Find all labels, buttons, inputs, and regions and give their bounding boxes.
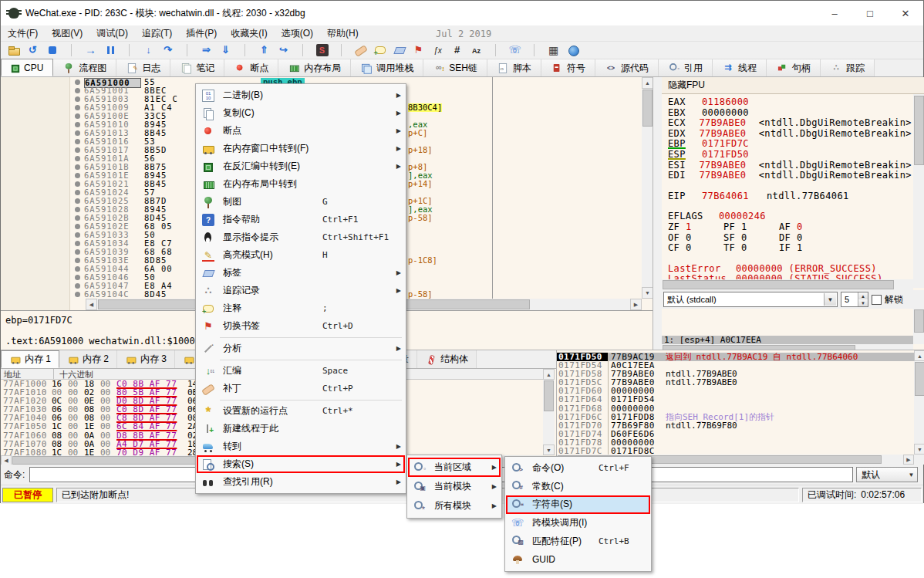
- context-menu-item[interactable]: 搜索(S) ▶: [197, 455, 405, 473]
- breakpoint-dot-icon[interactable]: [75, 232, 80, 238]
- register-row[interactable]: ESP 0171FD50: [668, 150, 912, 161]
- disasm-vertical-scrollbar[interactable]: ▲ ▼: [642, 77, 653, 299]
- menu-bar-item[interactable]: 调试(D): [89, 25, 135, 42]
- calling-convention-select[interactable]: 默认 (stdcall) ▼: [663, 292, 838, 307]
- toolbar-button[interactable]: [351, 42, 370, 58]
- command-profile-select[interactable]: 默认 ▼: [856, 467, 918, 482]
- toolbar-button[interactable]: [447, 42, 467, 58]
- context-menu-item[interactable]: 当前模块 ▶: [408, 477, 501, 496]
- toolbar-button[interactable]: [255, 42, 274, 58]
- context-menu-item[interactable]: 在反汇编中转到(E) ▶: [197, 157, 405, 175]
- context-menu-item[interactable]: 补丁 Ctrl+P ▶: [197, 380, 405, 397]
- toolbar-button[interactable]: [42, 42, 62, 58]
- view-tab[interactable]: 符号: [541, 59, 595, 76]
- scrollbar-thumb[interactable]: [642, 90, 653, 127]
- register-row[interactable]: EDX 77B9ABE0 <ntdll.DbgUiRemoteBreakin>: [668, 129, 912, 140]
- arguments-vertical-scrollbar[interactable]: [913, 309, 924, 344]
- toolbar-button[interactable]: [293, 42, 312, 58]
- toolbar-button[interactable]: [409, 42, 428, 58]
- context-menu-item[interactable]: 在内存布局中转到 ▶: [197, 175, 405, 193]
- context-menu-item[interactable]: 标签 ▶: [197, 264, 405, 282]
- toolbar-button[interactable]: [81, 42, 100, 58]
- toolbar-button[interactable]: [274, 42, 293, 58]
- context-menu-item[interactable]: 所有模块 ▶: [408, 496, 501, 515]
- flag-cell[interactable]: PF 1: [723, 222, 779, 233]
- flag-cell[interactable]: SF 0: [723, 233, 779, 244]
- scrollbar-thumb[interactable]: [544, 380, 554, 411]
- breakpoint-dot-icon[interactable]: [75, 164, 80, 170]
- view-tab[interactable]: 源代码: [595, 59, 659, 76]
- stack-row[interactable]: 0171FD64 0171FD54: [557, 395, 914, 404]
- scroll-up-icon[interactable]: ▲: [642, 77, 653, 89]
- context-menu-item[interactable]: 汇编 Space ▶: [197, 362, 405, 380]
- context-menu-item[interactable]: 断点 ▶: [197, 122, 405, 140]
- register-row[interactable]: EBP 0171FD7C: [668, 139, 912, 150]
- toolbar-button[interactable]: [62, 42, 81, 58]
- toolbar-button[interactable]: [505, 42, 524, 58]
- scroll-down-icon[interactable]: ▼: [642, 287, 653, 299]
- registers-vertical-scrollbar[interactable]: [913, 94, 924, 288]
- breakpoint-dot-icon[interactable]: [75, 266, 80, 272]
- flag-cell[interactable]: AF 0: [779, 222, 835, 233]
- flag-cell[interactable]: IF 1: [779, 243, 835, 254]
- scroll-right-icon[interactable]: ▶: [903, 455, 914, 465]
- context-menu-item[interactable]: 跨模块调用(I) ▶: [506, 514, 650, 532]
- flag-cell[interactable]: TF 0: [723, 243, 779, 254]
- scroll-left-icon[interactable]: ◀: [86, 299, 97, 310]
- context-menu-item[interactable]: 命令(O) Ctrl+F ▶: [506, 459, 650, 478]
- context-menu-item[interactable]: 显示指令提示 Ctrl+Shift+F1 ▶: [197, 228, 405, 246]
- scrollbar-thumb[interactable]: [915, 362, 924, 396]
- scrollbar-thumb[interactable]: [914, 309, 924, 333]
- toolbar-button[interactable]: [177, 42, 197, 58]
- dump-tab[interactable]: 结构体: [417, 350, 477, 368]
- view-tab[interactable]: 内存布局: [278, 59, 351, 76]
- scrollbar-thumb[interactable]: [663, 280, 894, 289]
- breakpoint-dot-icon[interactable]: [75, 113, 80, 119]
- view-tab[interactable]: SEH链: [423, 59, 487, 76]
- spin-up-icon[interactable]: ▲: [858, 292, 868, 299]
- menu-bar-item[interactable]: 帮助(H): [320, 25, 366, 42]
- dump-vertical-scrollbar[interactable]: ▲ ▼: [543, 369, 555, 455]
- toolbar-button[interactable]: [428, 42, 447, 58]
- toolbar-button[interactable]: [389, 42, 409, 58]
- flag-cell[interactable]: DF 0: [779, 233, 835, 244]
- breakpoint-dot-icon[interactable]: [75, 147, 80, 153]
- stack-row[interactable]: 0171FD68 00000000: [557, 404, 914, 413]
- breakpoint-dot-icon[interactable]: [75, 258, 80, 263]
- hide-fpu-button[interactable]: 隐藏FPU: [662, 77, 924, 94]
- view-tab[interactable]: 脚本: [487, 59, 541, 76]
- breakpoint-dot-icon[interactable]: [75, 105, 80, 110]
- toolbar-button[interactable]: [197, 42, 216, 58]
- breakpoint-dot-icon[interactable]: [75, 215, 80, 221]
- argument-count-spinner[interactable]: 5 ▲▼: [841, 292, 868, 307]
- toolbar-button[interactable]: [158, 42, 177, 58]
- chevron-down-icon[interactable]: ▼: [908, 472, 914, 478]
- breakpoint-dot-icon[interactable]: [75, 130, 80, 136]
- context-menu-item[interactable]: 切换书签 Ctrl+D ▶: [197, 317, 405, 335]
- menu-bar-item[interactable]: 选项(O): [275, 25, 320, 42]
- context-menu-item[interactable]: 字符串(S) ▶: [506, 495, 650, 514]
- arguments-list[interactable]: 1: [esp+4] A0C17EEA2: [esp+8] 77B9ABE0 <…: [662, 309, 913, 344]
- view-tab[interactable]: 流程图: [53, 59, 116, 76]
- toolbar-button[interactable]: [563, 42, 582, 58]
- flag-cell[interactable]: CF 0: [668, 243, 723, 254]
- toolbar-button[interactable]: [332, 42, 351, 58]
- flag-cell[interactable]: ZF 1: [668, 222, 723, 233]
- dump-tab[interactable]: 内存 2: [59, 350, 117, 368]
- register-row[interactable]: EDI 77B9ABE0 <ntdll.DbgUiRemoteBreakin>: [668, 171, 912, 181]
- breakpoint-dot-icon[interactable]: [75, 224, 80, 229]
- breakpoint-dot-icon[interactable]: [75, 181, 80, 187]
- context-menu-item[interactable]: 追踪记录 ▶: [197, 282, 405, 299]
- stack-vertical-scrollbar[interactable]: ▲ ▼: [914, 350, 924, 465]
- breakpoint-dot-icon[interactable]: [75, 173, 80, 178]
- toolbar-button[interactable]: [370, 42, 389, 58]
- context-menu-item[interactable]: 高亮模式(H) H ▶: [197, 246, 405, 264]
- context-menu-item[interactable]: 分析 ▶: [197, 340, 405, 357]
- register-row[interactable]: EBX 00000000: [668, 108, 912, 119]
- view-tab[interactable]: 调用堆栈: [351, 59, 423, 76]
- breakpoint-dot-icon[interactable]: [75, 198, 80, 204]
- chevron-down-icon[interactable]: ▼: [824, 293, 836, 306]
- breakpoint-dot-icon[interactable]: [75, 275, 80, 280]
- unlock-checkbox[interactable]: [872, 295, 882, 305]
- toolbar-button[interactable]: [544, 42, 563, 58]
